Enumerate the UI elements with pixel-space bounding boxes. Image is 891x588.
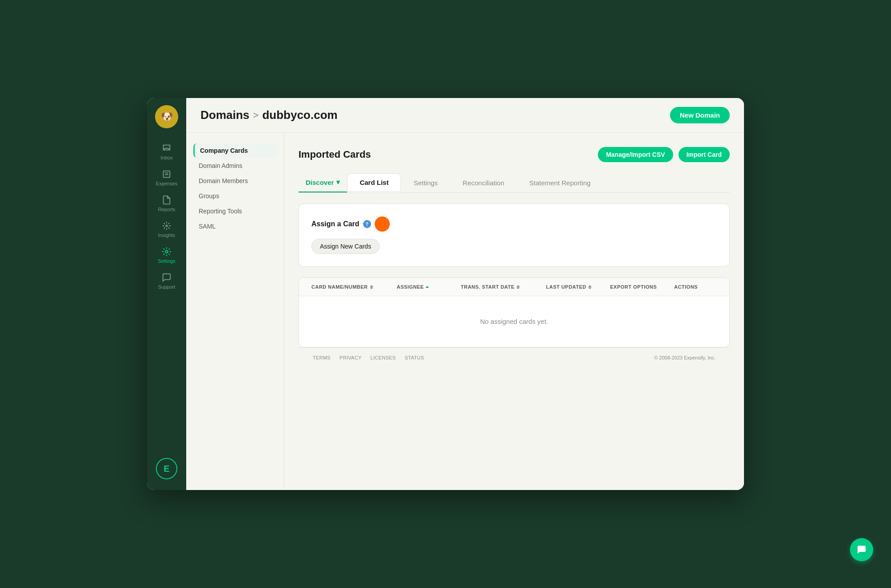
sidebar: 🐶 Inbox Expenses Reports Insights (147, 98, 186, 490)
th-actions: ACTIONS (674, 284, 717, 290)
tab-statement-reporting[interactable]: Statement Reporting (517, 174, 603, 192)
left-nav: Company Cards Domain Admins Domain Membe… (186, 133, 284, 490)
breadcrumb-current: dubbyco.com (262, 108, 338, 122)
sort-last-updated[interactable] (588, 285, 592, 289)
sort-trans-date[interactable] (516, 285, 520, 289)
breadcrumb: Domains > dubbyco.com (200, 108, 338, 122)
footer-link-licenses[interactable]: LICENSES (371, 355, 396, 360)
th-trans-start-date: TRANS. START DATE (461, 284, 546, 290)
tab-settings[interactable]: Settings (401, 174, 450, 192)
nav-item-groups[interactable]: Groups (193, 189, 277, 203)
sidebar-item-label-support: Support (158, 284, 176, 290)
sort-card-name[interactable] (370, 285, 373, 289)
assign-card-section: Assign a Card ? Assign New Cards (298, 204, 730, 267)
sidebar-item-label-inbox: Inbox (161, 155, 173, 160)
help-icon[interactable]: ? (363, 220, 371, 228)
sidebar-item-support[interactable]: Support (147, 268, 186, 294)
svg-point-3 (166, 225, 168, 227)
footer-link-status[interactable]: STATUS (405, 355, 424, 360)
app-logo[interactable]: 🐶 (155, 105, 178, 128)
th-export-options: EXPORT OPTIONS (610, 284, 674, 290)
sidebar-item-settings[interactable]: Settings (147, 242, 186, 268)
tab-discover[interactable]: Discover ▾ (298, 173, 347, 192)
assign-card-title: Assign a Card (311, 220, 360, 228)
th-assignee: ASSIGNEE (397, 284, 461, 290)
table-header: CARD NAME/NUMBER ASSIGNEE (299, 278, 729, 296)
import-card-button[interactable]: Import Card (678, 147, 730, 162)
footer-copyright: © 2008-2023 Expensify, Inc. (654, 355, 715, 360)
nav-item-domain-members[interactable]: Domain Members (193, 174, 277, 188)
footer-link-terms[interactable]: TERMS (313, 355, 331, 360)
sidebar-bottom: E (156, 454, 177, 483)
new-domain-button[interactable]: New Domain (670, 107, 730, 123)
footer-links: TERMS PRIVACY LICENSES STATUS (313, 355, 424, 360)
sidebar-item-label-insights: Insights (158, 233, 175, 238)
sidebar-item-insights[interactable]: Insights (147, 216, 186, 242)
sort-assignee[interactable] (425, 286, 429, 288)
assign-new-cards-button[interactable]: Assign New Cards (311, 239, 380, 254)
th-card-name: CARD NAME/NUMBER (311, 284, 397, 290)
orange-dot-indicator (375, 216, 390, 232)
sidebar-item-label-reports: Reports (158, 207, 176, 212)
table-body: No assigned cards yet. (299, 296, 729, 347)
page-actions: Manage/Import CSV Import Card (598, 147, 730, 162)
breadcrumb-separator: > (253, 110, 259, 121)
chevron-down-icon: ▾ (336, 178, 340, 186)
nav-item-saml[interactable]: SAML (193, 219, 277, 233)
sidebar-item-expenses[interactable]: Expenses (147, 165, 186, 191)
page-content: Imported Cards Manage/Import CSV Import … (284, 133, 744, 490)
header: Domains > dubbyco.com New Domain (186, 98, 744, 133)
breadcrumb-domains: Domains (200, 108, 249, 122)
tabs: Discover ▾ Card List Settings Reconcilia… (298, 173, 730, 193)
nav-item-reporting-tools[interactable]: Reporting Tools (193, 204, 277, 218)
svg-point-4 (165, 250, 168, 253)
assign-card-header: Assign a Card ? (311, 216, 717, 232)
expensify-badge[interactable]: E (156, 458, 177, 479)
nav-item-domain-admins[interactable]: Domain Admins (193, 159, 277, 173)
sidebar-item-inbox[interactable]: Inbox (147, 139, 186, 165)
main-content: Domains > dubbyco.com New Domain Company… (186, 98, 744, 490)
th-last-updated: LAST UPDATED (546, 284, 610, 290)
page-title: Imported Cards (298, 149, 371, 160)
empty-state-message: No assigned cards yet. (480, 318, 548, 325)
page-header: Imported Cards Manage/Import CSV Import … (298, 147, 730, 162)
footer-link-privacy[interactable]: PRIVACY (339, 355, 362, 360)
sidebar-item-reports[interactable]: Reports (147, 191, 186, 216)
body-layout: Company Cards Domain Admins Domain Membe… (186, 133, 744, 490)
footer: TERMS PRIVACY LICENSES STATUS © 2008-202… (298, 347, 730, 368)
tab-reconciliation[interactable]: Reconciliation (450, 174, 517, 192)
sidebar-item-label-expenses: Expenses (156, 181, 177, 186)
nav-item-company-cards[interactable]: Company Cards (193, 143, 277, 158)
tab-discover-label: Discover (306, 179, 334, 186)
sidebar-item-label-settings: Settings (158, 258, 176, 264)
chat-bubble[interactable] (850, 538, 873, 561)
tab-card-list[interactable]: Card List (347, 173, 401, 192)
cards-table: CARD NAME/NUMBER ASSIGNEE (298, 278, 730, 347)
manage-csv-button[interactable]: Manage/Import CSV (598, 147, 673, 162)
